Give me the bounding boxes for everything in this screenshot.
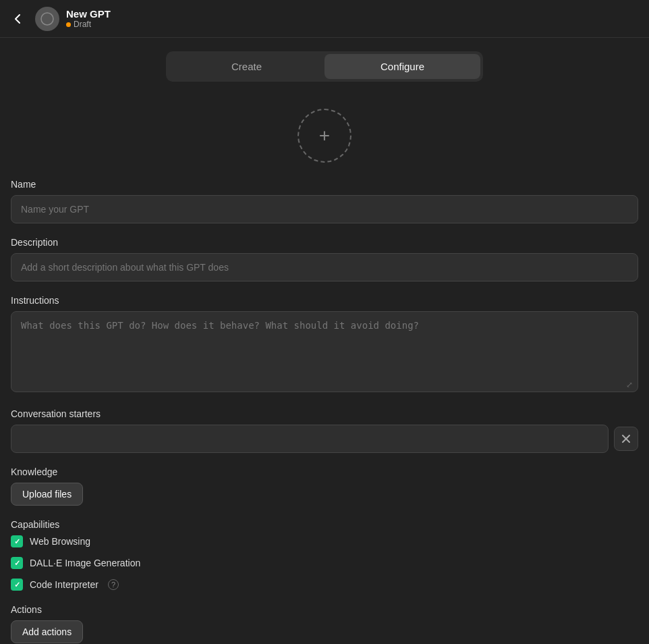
- add-actions-label: Add actions: [22, 626, 72, 637]
- web-browsing-label: Web Browsing: [30, 536, 90, 547]
- dalle-checkbox[interactable]: ✓: [11, 557, 23, 569]
- status-text: Draft: [74, 20, 91, 29]
- back-icon: [11, 12, 24, 26]
- capabilities-label: Capabilities: [11, 519, 638, 530]
- instructions-label: Instructions: [11, 295, 638, 306]
- capability-dalle[interactable]: ✓ DALL·E Image Generation: [11, 557, 638, 569]
- code-interpreter-checkbox[interactable]: ✓: [11, 579, 23, 591]
- add-actions-button[interactable]: Add actions: [11, 620, 83, 643]
- name-section: Name: [11, 179, 638, 223]
- instructions-textarea[interactable]: [11, 311, 638, 392]
- code-interpreter-help-icon[interactable]: ?: [108, 579, 119, 590]
- upload-files-button[interactable]: Upload files: [11, 483, 83, 506]
- tab-bar: Create Configure: [166, 51, 483, 82]
- capabilities-section: Capabilities ✓ Web Browsing ✓ DALL·E Ima…: [11, 519, 638, 591]
- close-icon: [621, 434, 631, 444]
- instructions-section: Instructions ⤢: [11, 295, 638, 395]
- actions-section: Actions Add actions: [11, 604, 638, 643]
- header-info: New GPT Draft: [66, 8, 111, 29]
- header: New GPT Draft: [0, 0, 649, 38]
- name-input[interactable]: [11, 195, 638, 223]
- header-status: Draft: [66, 20, 111, 29]
- capability-web-browsing[interactable]: ✓ Web Browsing: [11, 535, 638, 547]
- description-section: Description: [11, 237, 638, 281]
- tab-configure[interactable]: Configure: [324, 54, 480, 79]
- conversation-starters-label: Conversation starters: [11, 408, 638, 419]
- instructions-wrapper: ⤢: [11, 311, 638, 395]
- header-title: New GPT: [66, 8, 111, 20]
- description-label: Description: [11, 237, 638, 248]
- checkmark-icon: ✓: [14, 537, 20, 546]
- main-content: + Name Description Instructions ⤢ Conver…: [0, 109, 649, 644]
- description-input[interactable]: [11, 253, 638, 281]
- checkmark-icon: ✓: [14, 581, 20, 589]
- knowledge-section: Knowledge Upload files: [11, 466, 638, 506]
- conversation-starters-section: Conversation starters: [11, 408, 638, 453]
- starter-row: [11, 425, 638, 453]
- name-label: Name: [11, 179, 638, 190]
- avatar-upload-button[interactable]: +: [298, 109, 351, 163]
- web-browsing-checkbox[interactable]: ✓: [11, 535, 23, 547]
- actions-label: Actions: [11, 604, 638, 615]
- back-button[interactable]: [11, 9, 30, 28]
- starter-input[interactable]: [11, 425, 609, 453]
- starter-remove-button[interactable]: [614, 427, 638, 451]
- dalle-label: DALL·E Image Generation: [30, 558, 140, 568]
- tab-create[interactable]: Create: [169, 54, 324, 79]
- avatar-upload-container: +: [11, 109, 638, 163]
- capability-code-interpreter[interactable]: ✓ Code Interpreter ?: [11, 579, 638, 591]
- svg-point-0: [41, 13, 53, 25]
- plus-icon: +: [319, 125, 330, 146]
- avatar-icon: [40, 12, 54, 26]
- status-dot: [66, 22, 71, 27]
- knowledge-label: Knowledge: [11, 466, 638, 477]
- checkmark-icon: ✓: [14, 559, 20, 568]
- upload-files-label: Upload files: [22, 489, 72, 500]
- code-interpreter-label: Code Interpreter: [30, 579, 98, 590]
- gpt-avatar: [35, 7, 59, 31]
